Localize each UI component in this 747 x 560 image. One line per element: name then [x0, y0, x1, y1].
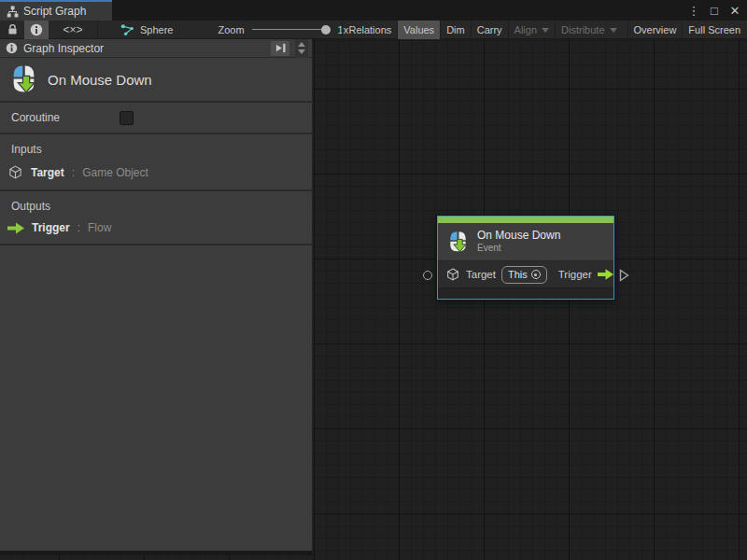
relations-button[interactable]: Relations [343, 21, 397, 39]
info-icon [30, 23, 43, 36]
carry-button[interactable]: Carry [472, 21, 508, 39]
toolbar-separator [97, 21, 98, 39]
game-object-icon [7, 164, 23, 180]
port-separator: : [72, 166, 75, 179]
node-subtitle: Event [477, 243, 560, 255]
lock-button[interactable] [0, 21, 24, 39]
values-button[interactable]: Values [398, 21, 440, 39]
graph-inspector-panel: Graph Inspector On Mo [0, 39, 313, 555]
dock-panel-button[interactable] [271, 41, 289, 56]
scroll-down-icon[interactable] [298, 49, 305, 54]
tab-bar: Script Graph ⋮ □ ✕ [0, 0, 747, 21]
zoom-slider-thumb[interactable] [321, 25, 331, 35]
node-output-label: Trigger [558, 269, 592, 280]
mouse-down-icon [8, 64, 39, 95]
unity-visual-scripting-window: Script Graph ⋮ □ ✕ [0, 0, 747, 560]
outputs-header: Outputs [0, 200, 312, 213]
tab-label: Script Graph [23, 5, 86, 18]
node-on-mouse-down[interactable]: On Mouse Down Event Target This Trigg [437, 216, 614, 300]
trigger-arrow-icon [598, 269, 613, 280]
port-type: Flow [88, 221, 111, 234]
target-this-field[interactable]: This [501, 266, 547, 284]
distribute-dropdown-button[interactable]: Distribute [556, 21, 622, 39]
align-dropdown-button[interactable]: Align [509, 21, 555, 39]
inspector-toggle-button[interactable] [24, 21, 49, 39]
chevron-down-icon [542, 28, 549, 33]
node-input-label: Target [466, 269, 496, 280]
node-header[interactable]: On Mouse Down Event [438, 223, 613, 260]
graph-inspector-header: Graph Inspector [0, 39, 312, 58]
zoom-label: Zoom [218, 24, 244, 35]
panel-scroll-spinner [295, 39, 308, 58]
graph-toolbar: <×> Sphere Zoom [0, 21, 747, 39]
node-accent-bar [438, 217, 613, 223]
node-title: On Mouse Down [477, 229, 560, 243]
chevron-down-icon [610, 28, 617, 33]
port-separator: : [78, 221, 80, 234]
scroll-up-icon[interactable] [298, 42, 305, 47]
node-input-port[interactable] [423, 271, 432, 280]
window-controls: ⋮ □ ✕ [685, 0, 743, 21]
mouse-down-icon [446, 231, 470, 254]
inputs-section: Inputs Target : Game Object [0, 134, 312, 191]
port-name: Target [31, 166, 64, 179]
unit-title: On Mouse Down [48, 72, 152, 88]
script-graph-icon [7, 6, 19, 18]
full-screen-button[interactable]: Full Screen [683, 21, 746, 39]
edit-source-button[interactable]: <×> [49, 21, 97, 39]
script-graph-asset-icon [120, 23, 134, 36]
output-port-row: Trigger : Flow [0, 221, 312, 234]
menu-icon[interactable]: ⋮ [685, 2, 702, 19]
toolbar-right-buttons: Relations Values Dim Carry Align Distrib… [342, 21, 746, 39]
zoom-slider-track [252, 29, 331, 30]
graph-asset-reference[interactable]: Sphere [120, 23, 173, 36]
inspector-title: Graph Inspector [23, 42, 265, 55]
trigger-arrow-icon [7, 222, 24, 234]
game-object-icon [445, 267, 460, 282]
inputs-header: Inputs [0, 143, 312, 156]
tab-script-graph[interactable]: Script Graph [0, 0, 112, 21]
overview-button[interactable]: Overview [628, 21, 683, 39]
this-value: This [508, 269, 528, 280]
code-icon: <×> [63, 23, 82, 36]
port-type: Game Object [82, 166, 148, 179]
node-footer [438, 287, 613, 299]
lock-icon [7, 23, 19, 35]
dim-button[interactable]: Dim [441, 21, 471, 39]
port-name: Trigger [32, 221, 70, 234]
selected-unit-header: On Mouse Down [0, 58, 312, 103]
info-icon [6, 42, 18, 54]
zoom-slider[interactable] [252, 25, 331, 35]
graph-name-label: Sphere [140, 24, 173, 35]
maximize-icon[interactable]: □ [706, 2, 723, 19]
node-titles: On Mouse Down Event [477, 229, 560, 255]
close-icon[interactable]: ✕ [726, 2, 743, 19]
node-body: Target This Trigger [438, 260, 613, 287]
coroutine-checkbox[interactable] [120, 111, 134, 125]
coroutine-label: Coroutine [11, 111, 120, 124]
node-output-port[interactable] [619, 269, 629, 282]
coroutine-row: Coroutine [0, 103, 312, 134]
zoom-control: Zoom 1x [218, 24, 348, 35]
object-picker-icon[interactable] [531, 270, 541, 279]
outputs-section: Outputs Trigger : Flow [0, 191, 312, 245]
input-port-row: Target : Game Object [0, 164, 312, 180]
